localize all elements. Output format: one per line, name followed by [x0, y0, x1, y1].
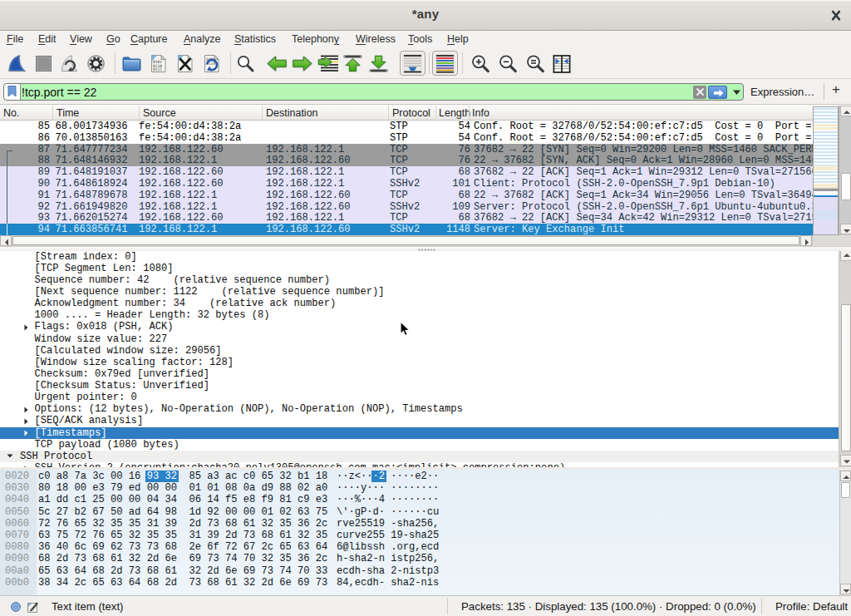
- svg-text:0111: 0111: [153, 67, 162, 71]
